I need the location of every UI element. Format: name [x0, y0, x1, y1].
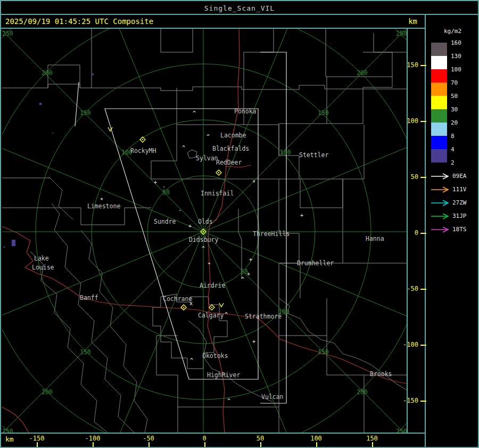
city-label: Calgary: [198, 312, 224, 319]
bottom-axis-label: 150: [366, 435, 378, 442]
city-label: Sylvan: [196, 154, 218, 162]
storm-marker-icon: ^: [241, 276, 244, 282]
radar-arrow-icon: [430, 199, 451, 207]
color-swatch: [431, 83, 447, 96]
radar-id-label: 18TS: [452, 226, 467, 233]
bottom-axis-tick: [148, 442, 150, 447]
scale-value-label: 4: [451, 146, 472, 153]
bottom-axis-tick: [204, 442, 205, 447]
storm-marker-icon: ·: [162, 184, 166, 190]
city-label: Banff: [80, 294, 98, 302]
right-axis-label: -50: [401, 285, 418, 292]
range-ring-label: 150: [80, 109, 91, 117]
bottom-axis-tick: [93, 442, 94, 447]
bottom-axis-label: 0: [202, 435, 206, 442]
city-label: RockyMH: [130, 147, 156, 154]
storm-marker-icon: ·: [178, 208, 181, 214]
range-ring-label: 200: [357, 388, 368, 396]
range-ring-label: 150: [80, 348, 91, 356]
city-label: RedDeer: [216, 159, 242, 166]
storm-marker-icon: *: [252, 180, 255, 185]
storm-marker-icon: ^: [207, 134, 210, 140]
radar-id-row: 18TS: [430, 226, 479, 233]
color-swatch: [431, 109, 447, 123]
map-bottom-border: [1, 433, 425, 434]
bottom-axis-unit: km: [5, 435, 14, 443]
radar-id-row: 09EA: [430, 173, 479, 180]
bottom-axis-tick: [316, 442, 317, 447]
radar-arrow-icon: [430, 186, 451, 193]
range-ring-label: 200: [42, 69, 53, 77]
city-label: HighRiver: [207, 371, 240, 379]
range-ring-label: 150: [318, 109, 329, 117]
radar-id-label: 27ZW: [452, 199, 467, 206]
storm-marker-icon: +: [300, 213, 303, 218]
scale-value-label: 2: [451, 159, 472, 166]
scale-value-label: 160: [451, 39, 472, 46]
scale-value-label: 50: [451, 93, 472, 100]
range-ring-label: 200: [42, 388, 53, 396]
scan-timestamp: 2025/09/19 01:45:25 UTC Composite: [5, 17, 153, 26]
radial-line: [92, 29, 203, 232]
color-swatch: [431, 69, 447, 83]
color-swatch: [431, 96, 447, 109]
range-ring-label: 150: [318, 348, 329, 356]
radar-id-row: 111V: [430, 186, 479, 193]
vil-echo: [92, 74, 94, 75]
city-label: Limestone: [87, 202, 120, 210]
city-label: Airdrie: [200, 282, 226, 289]
scale-value-label: 100: [451, 66, 472, 73]
radar-arrow-icon: [430, 213, 451, 220]
radar-arrow-icon: [430, 226, 451, 233]
radar-id-row: 27ZW: [430, 199, 479, 207]
storm-marker-icon: ^: [193, 110, 196, 116]
storm-marker-icon: +: [249, 257, 252, 263]
bottom-axis-label: -100: [85, 435, 101, 442]
radial-line: [203, 29, 315, 232]
radar-map-svg[interactable]: 5010015020025010015020025050100150200250…: [2, 29, 407, 433]
range-ring-label: 200: [357, 69, 368, 77]
radar-id-label: 09EA: [452, 173, 467, 180]
radial-line: [92, 232, 203, 433]
storm-marker-icon: ^: [182, 145, 185, 151]
radar-arrow-icon: [430, 173, 451, 180]
right-axis-label: -150: [401, 397, 418, 404]
scale-value-label: 20: [451, 119, 472, 126]
range-ring-label: 100: [280, 149, 291, 156]
bottom-axis-label: -50: [143, 435, 154, 442]
vil-echo-layer: [4, 74, 94, 248]
range-ring-label: 250: [396, 428, 407, 433]
range-rings: [2, 29, 407, 433]
city-label: Didsbury: [189, 236, 218, 243]
radar-id-row: 31JP: [430, 213, 479, 220]
legend-unit-label: kg/m2: [444, 28, 461, 35]
storm-marker-icon: +: [188, 223, 192, 229]
bottom-axis-label: 100: [310, 435, 322, 442]
radar-id-label: 111V: [452, 186, 467, 193]
city-label: Strathmore: [245, 313, 282, 320]
vil-echo: [52, 133, 53, 134]
right-axis-label: -100: [401, 341, 418, 348]
storm-marker-icon: ^: [227, 398, 230, 404]
radar-id-label: 31JP: [452, 213, 467, 219]
radar-map[interactable]: 5010015020025010015020025050100150200250…: [2, 29, 407, 433]
range-ring-label: 250: [2, 428, 13, 433]
scan-area-outline: [75, 52, 286, 403]
city-label: Olds: [198, 218, 213, 225]
range-ring-label: 250: [2, 30, 13, 37]
radar-app-window: Single_Scan_VIL 2025/09/19 01:45:25 UTC …: [0, 0, 479, 448]
radial-line: [2, 232, 203, 343]
bottom-axis-label: 50: [257, 435, 264, 442]
check-marker-icon: [219, 303, 224, 307]
city-label: Blackfalds: [212, 145, 249, 152]
color-swatch: [431, 56, 447, 69]
header-row: 2025/09/19 01:45:25 UTC Composite km: [1, 15, 425, 28]
storm-marker-icon: *: [100, 197, 103, 203]
range-ring-label: 250: [396, 30, 407, 37]
title-bar: Single_Scan_VIL: [1, 2, 478, 14]
city-label: Ponoka: [234, 108, 257, 115]
city-labels: PonokaLacombeBlackfaldsSylvanRedDeerStet…: [32, 108, 392, 401]
color-swatch: [431, 123, 447, 136]
right-axis-label: 50: [401, 173, 418, 181]
city-label: Drumheller: [297, 259, 334, 267]
